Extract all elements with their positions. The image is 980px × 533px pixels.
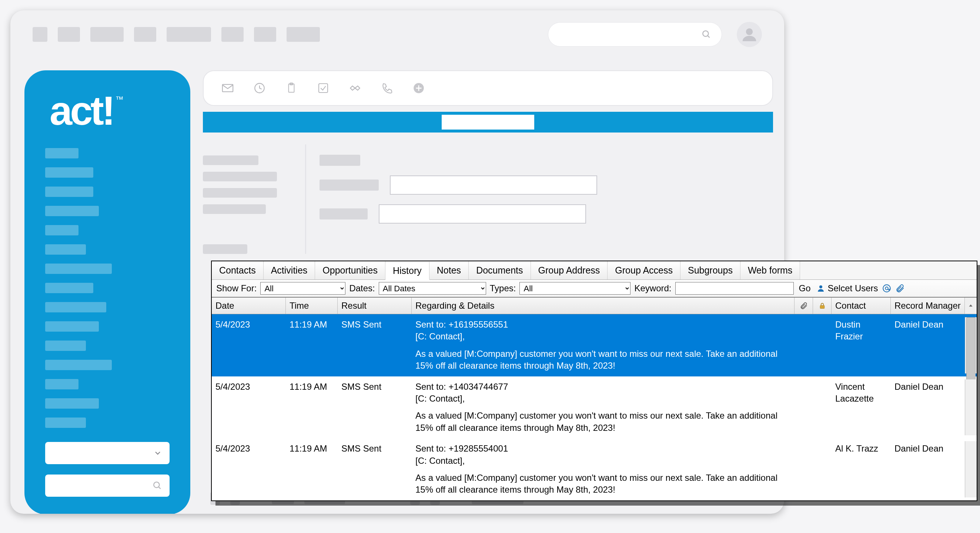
sidebar-item[interactable] xyxy=(45,360,112,370)
svg-rect-14 xyxy=(820,305,824,308)
scrollbar-track[interactable] xyxy=(965,317,977,374)
text-input[interactable] xyxy=(390,175,597,195)
cell-lock xyxy=(813,379,832,436)
mail-icon[interactable] xyxy=(221,82,234,94)
show-for-select[interactable]: All xyxy=(260,282,345,294)
col-date[interactable]: Date xyxy=(212,298,286,314)
sidebar-item[interactable] xyxy=(45,321,99,332)
tab-history[interactable]: History xyxy=(385,262,430,280)
col-attachment-icon[interactable] xyxy=(794,298,813,314)
svg-line-4 xyxy=(159,487,160,488)
text-input[interactable] xyxy=(379,204,586,224)
svg-rect-9 xyxy=(319,84,328,92)
left-info-column xyxy=(203,144,292,254)
col-regarding[interactable]: Regarding & Details xyxy=(412,298,794,314)
col-time[interactable]: Time xyxy=(286,298,338,314)
sidebar-item[interactable] xyxy=(45,379,78,390)
scrollbar-thumb[interactable] xyxy=(966,317,975,388)
clipboard-icon[interactable] xyxy=(285,82,298,94)
sidebar-item[interactable] xyxy=(45,225,78,235)
tab-group-access[interactable]: Group Access xyxy=(608,261,681,280)
history-table-body: 5/4/202311:19 AMSMS SentSent to: +161955… xyxy=(212,314,977,500)
sidebar-item[interactable] xyxy=(45,244,86,255)
select-users-label: Selcet Users xyxy=(828,283,878,294)
svg-marker-15 xyxy=(969,305,972,307)
cell-time: 11:19 AM xyxy=(286,379,338,436)
history-panel: ContactsActivitiesOpportunitiesHistoryNo… xyxy=(211,261,977,501)
cell-lock xyxy=(813,441,832,498)
sidebar-search[interactable] xyxy=(45,474,170,497)
select-users-button[interactable]: Selcet Users xyxy=(816,283,878,294)
table-row[interactable]: 5/4/202311:19 AMSMS SentSent to: +192855… xyxy=(212,438,977,500)
svg-point-0 xyxy=(703,31,708,36)
scrollbar-track[interactable] xyxy=(965,441,977,498)
search-icon xyxy=(702,30,711,39)
sidebar-item[interactable] xyxy=(45,167,93,178)
table-row[interactable]: 5/4/202311:19 AMSMS SentSent to: +161955… xyxy=(212,314,977,376)
cell-contact: Vincent Lacazette xyxy=(832,379,891,436)
cell-record-manager: Daniel Dean xyxy=(891,441,965,498)
at-icon[interactable] xyxy=(882,283,891,293)
col-record-manager[interactable]: Record Manager xyxy=(891,298,965,314)
handshake-icon[interactable] xyxy=(349,82,361,94)
placeholder xyxy=(33,27,48,42)
global-search[interactable] xyxy=(548,22,722,47)
avatar[interactable] xyxy=(737,22,762,47)
placeholder xyxy=(320,155,360,166)
dates-select[interactable]: All Dates xyxy=(379,282,486,294)
phone-icon[interactable] xyxy=(380,82,393,94)
types-label: Types: xyxy=(490,283,516,294)
scroll-up-arrow[interactable] xyxy=(965,298,977,314)
sidebar-item[interactable] xyxy=(45,148,78,158)
tab-notes[interactable]: Notes xyxy=(430,261,469,280)
cell-regarding: Sent to: +16195556551[C: Contact],As a v… xyxy=(412,317,794,374)
cell-attachment xyxy=(794,379,813,436)
tab-subgroups[interactable]: Subgroups xyxy=(681,261,740,280)
cell-lock xyxy=(813,317,832,374)
table-row[interactable]: 5/4/202311:19 AMSMS SentSent to: +140347… xyxy=(212,376,977,439)
sidebar-item[interactable] xyxy=(45,340,86,351)
col-contact[interactable]: Contact xyxy=(832,298,891,314)
user-icon xyxy=(816,283,826,293)
cell-result: SMS Sent xyxy=(338,317,412,374)
sidebar-item[interactable] xyxy=(45,398,99,409)
attachment-icon[interactable] xyxy=(895,283,905,293)
sidebar-item[interactable] xyxy=(45,264,112,274)
tab-activities[interactable]: Activities xyxy=(264,261,315,280)
placeholder xyxy=(134,27,156,42)
placeholder xyxy=(167,27,211,42)
sidebar-item[interactable] xyxy=(45,206,99,216)
checkbox-icon[interactable] xyxy=(317,82,329,94)
tab-contacts[interactable]: Contacts xyxy=(212,261,264,280)
tab-web-forms[interactable]: Web forms xyxy=(740,261,800,280)
topbar-menu-placeholders xyxy=(33,27,533,42)
sidebar-item[interactable] xyxy=(45,302,106,312)
placeholder xyxy=(286,27,320,42)
sidebar-item[interactable] xyxy=(45,417,86,428)
scrollbar-track[interactable] xyxy=(965,379,977,436)
logo-text: act! xyxy=(49,88,113,133)
tab-opportunities[interactable]: Opportunities xyxy=(315,261,385,280)
sidebar-item[interactable] xyxy=(45,186,93,197)
ribbon-field[interactable] xyxy=(442,115,534,130)
sidebar-select[interactable] xyxy=(45,442,170,464)
tab-group-address[interactable]: Group Address xyxy=(531,261,608,280)
cell-record-manager: Daniel Dean xyxy=(891,379,965,436)
go-button[interactable]: Go xyxy=(797,283,812,294)
keyword-input[interactable] xyxy=(675,282,794,294)
tab-documents[interactable]: Documents xyxy=(469,261,531,280)
svg-point-13 xyxy=(885,287,888,290)
placeholder xyxy=(320,208,368,220)
svg-rect-5 xyxy=(223,84,233,92)
svg-point-11 xyxy=(819,285,822,288)
plus-icon[interactable] xyxy=(412,82,425,94)
col-result[interactable]: Result xyxy=(338,298,412,314)
ribbon-bar xyxy=(203,112,773,132)
cell-contact: Dustin Frazier xyxy=(832,317,891,374)
svg-point-3 xyxy=(154,482,159,487)
sidebar-item[interactable] xyxy=(45,283,93,293)
types-select[interactable]: All xyxy=(519,282,630,294)
clock-icon[interactable] xyxy=(253,82,266,94)
col-lock-icon[interactable] xyxy=(813,298,832,314)
cell-time: 11:19 AM xyxy=(286,441,338,498)
